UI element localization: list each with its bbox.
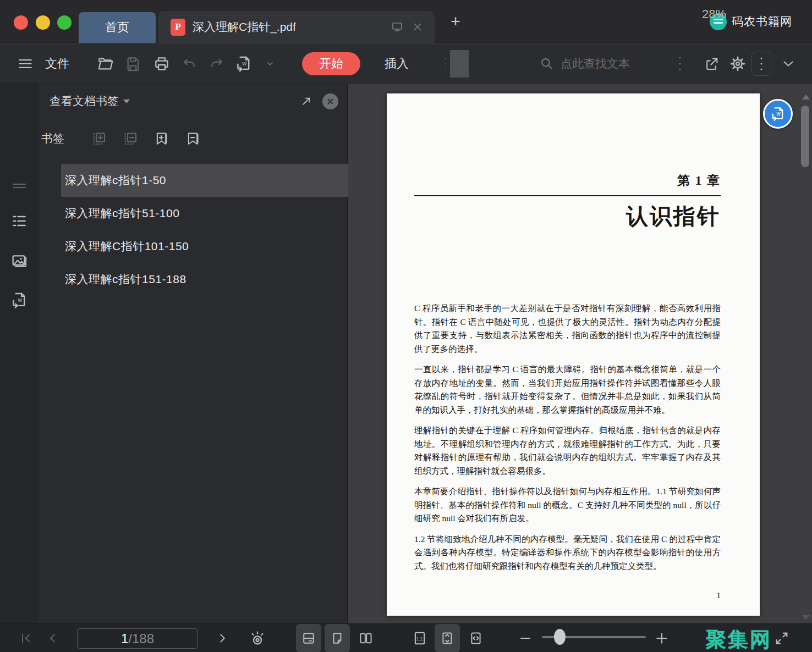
total-pages: 188 xyxy=(132,631,154,647)
eye-protect-mode-button[interactable] xyxy=(246,624,268,652)
actual-size-button[interactable]: 1:1 xyxy=(408,624,431,652)
bookmark-item-3[interactable]: 深入理解C指针101-150 xyxy=(61,230,348,263)
bookmark-item-label: 深入理解c指针151-188 xyxy=(65,272,186,287)
tab-home[interactable]: 首页 xyxy=(79,12,156,43)
paragraph: 理解指针的关键在于理解 C 程序如何管理内存。归根结底，指针包含的就是内存地址。… xyxy=(414,424,721,478)
scrollbar-thumb[interactable] xyxy=(801,106,809,167)
tab-document-title: 深入理解C指针_.pdf xyxy=(193,19,391,35)
expand-all-button[interactable] xyxy=(91,130,107,147)
find-text-field[interactable] xyxy=(539,43,666,84)
bookmark-item-4[interactable]: 深入理解c指针151-188 xyxy=(61,263,348,296)
tab-document[interactable]: P 深入理解C指针_.pdf xyxy=(158,11,435,43)
document-viewport[interactable]: 第 1 章 认识指针 C 程序员新手和老手的一大差别就在于是否对指针有深刻理解，… xyxy=(349,84,812,623)
collapse-all-button[interactable] xyxy=(122,130,139,147)
close-window-button[interactable] xyxy=(14,15,28,30)
toolbar: 文件 w 开始 插入 › xyxy=(0,43,812,84)
popout-panel-icon[interactable] xyxy=(299,94,314,108)
page-number-box[interactable]: 1/188 xyxy=(77,628,198,649)
chapter-title: 认识指针 xyxy=(414,201,721,231)
minimize-window-button[interactable] xyxy=(36,15,50,30)
redo-button[interactable] xyxy=(207,43,227,84)
start-ribbon-button[interactable]: 开始 xyxy=(302,52,360,75)
maximize-window-button[interactable] xyxy=(57,15,72,30)
page-body-text: C 程序员新手和老手的一大差别就在于是否对指针有深刻理解，能否高效利用指针。指针… xyxy=(414,302,721,573)
svg-text:w: w xyxy=(242,60,246,67)
side-rail: w xyxy=(0,84,39,623)
more-tools-button[interactable] xyxy=(751,52,771,76)
first-page-button[interactable] xyxy=(17,624,36,652)
export-word-icon: w xyxy=(770,106,786,122)
zoom-slider-thumb[interactable] xyxy=(554,629,566,645)
bookmarks-panel-header: 查看文档书签 xyxy=(39,84,347,119)
scroll-up-arrow[interactable] xyxy=(802,95,810,100)
outline-panel-icon[interactable] xyxy=(0,206,39,236)
bookmark-list: 深入理解c指针1-50 深入理解c指针51-100 深入理解C指针101-150… xyxy=(39,164,347,296)
search-icon xyxy=(539,56,554,71)
fit-width-button[interactable] xyxy=(464,624,487,652)
svg-text:w: w xyxy=(776,110,781,117)
svg-text:w: w xyxy=(17,296,22,303)
insert-ribbon-button[interactable]: 插入 xyxy=(378,43,415,84)
start-ribbon-label: 开始 xyxy=(319,56,343,72)
fit-page-button[interactable] xyxy=(435,624,460,652)
paragraph: 1.2 节将细致地介绍几种不同的内存模型。毫无疑问，我们在使用 C 的过程中肯定… xyxy=(414,533,721,573)
paragraph: 一直以来，指针都是学习 C 语言的最大障碍。指针的基本概念很简单，就是一个存放内… xyxy=(414,363,721,417)
main-menu-button[interactable] xyxy=(14,43,36,84)
add-bookmark-button[interactable] xyxy=(153,130,170,147)
panel-title-dropdown[interactable]: 查看文档书签 xyxy=(50,93,130,109)
zoom-out-button[interactable] xyxy=(516,624,535,652)
save-button[interactable] xyxy=(122,43,144,84)
previous-page-button[interactable] xyxy=(43,624,63,652)
reading-layout-button[interactable] xyxy=(296,624,321,652)
bookmark-item-label: 深入理解c指针51-100 xyxy=(65,206,179,221)
chapter-number: 第 1 章 xyxy=(414,172,721,189)
bookmark-item-label: 深入理解C指针101-150 xyxy=(65,239,189,254)
export-options-chevron-icon[interactable] xyxy=(262,43,278,84)
settings-gear-button[interactable] xyxy=(726,43,749,84)
close-icon xyxy=(326,97,334,106)
hidden-tab-dots-icon xyxy=(442,43,449,84)
bookmark-item-2[interactable]: 深入理解c指针51-100 xyxy=(61,197,348,230)
current-page: 1 xyxy=(121,631,128,647)
paragraph: C 程序员新手和老手的一大差别就在于是否对指针有深刻理解，能否高效利用指针。指针… xyxy=(414,302,721,356)
page-footer-number: 1 xyxy=(717,591,721,600)
vertical-scrollbar[interactable] xyxy=(800,93,811,622)
remove-bookmark-button[interactable] xyxy=(185,130,201,147)
zoom-in-button[interactable] xyxy=(652,624,671,652)
bookmarks-section-label: 书签 xyxy=(41,131,64,146)
export-to-word-button[interactable]: w xyxy=(232,43,255,84)
file-menu-label: 文件 xyxy=(45,56,69,72)
close-panel-button[interactable] xyxy=(322,93,338,109)
open-file-button[interactable] xyxy=(95,43,117,84)
images-panel-icon[interactable] xyxy=(0,245,39,276)
title-bar: 首页 P 深入理解C指针_.pdf + 码农书籍网 xyxy=(0,0,812,43)
fullscreen-button[interactable] xyxy=(770,624,793,652)
panel-drag-handle[interactable] xyxy=(0,170,39,201)
scroll-down-arrow[interactable] xyxy=(802,615,810,620)
bookmark-item-1[interactable]: 深入理解c指针1-50 xyxy=(61,164,348,197)
print-button[interactable] xyxy=(151,43,173,84)
status-bar: 1/188 1:1 xyxy=(0,623,812,652)
tab-home-label: 首页 xyxy=(105,19,129,36)
export-word-panel-icon[interactable]: w xyxy=(0,285,39,316)
search-input[interactable] xyxy=(561,57,657,70)
panel-title-caret-icon xyxy=(123,100,130,103)
paragraph: 本章简要介绍指针、指针操作符以及指针如何与内存相互作用。1.1 节研究如何声明指… xyxy=(414,485,721,526)
insert-ribbon-label: 插入 xyxy=(385,56,409,72)
collapse-toolbar-button[interactable] xyxy=(777,43,800,84)
bookmarks-toolbar: 书签 xyxy=(39,123,347,154)
undo-button[interactable] xyxy=(179,43,199,84)
share-button[interactable] xyxy=(701,43,723,84)
two-page-view-button[interactable] xyxy=(353,624,378,652)
bookmark-item-label: 深入理解c指针1-50 xyxy=(65,173,166,188)
single-page-view-button[interactable] xyxy=(325,624,350,652)
next-page-button[interactable] xyxy=(212,624,232,652)
file-menu-button[interactable]: 文件 xyxy=(40,43,75,84)
toolbar-divider-dots-icon xyxy=(676,43,684,84)
close-tab-icon[interactable] xyxy=(412,21,424,33)
bookmarks-panel: 查看文档书签 书签 xyxy=(39,84,348,623)
new-tab-button[interactable]: + xyxy=(446,10,465,33)
convert-to-word-floating-button[interactable]: w xyxy=(763,99,793,129)
present-on-screen-icon[interactable] xyxy=(391,20,404,34)
pdf-file-icon: P xyxy=(171,19,185,36)
